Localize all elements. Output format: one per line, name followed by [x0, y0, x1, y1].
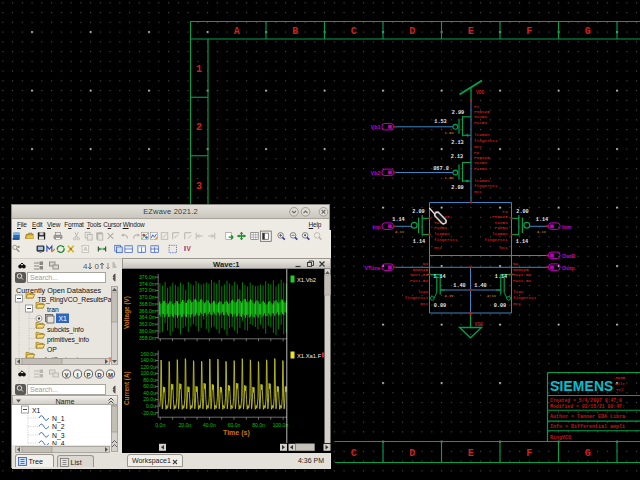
svg-text:V: V [186, 245, 191, 252]
svg-text:Info = Differential ampli: Info = Differential ampli [550, 424, 625, 430]
svg-text:Tel: Tel [616, 388, 624, 392]
svg-text:Pw=5u: Pw=5u [474, 166, 487, 171]
svg-text:1: 1 [196, 64, 202, 75]
svg-text:Pw=5u: Pw=5u [474, 120, 487, 125]
svg-text:VSS: VSS [475, 322, 484, 327]
svg-text:N_4: N_4 [52, 440, 65, 445]
svg-text:Pw=1.5u: Pw=1.5u [410, 278, 428, 283]
svg-text:Modified = 03/15/21 09:47:: Modified = 03/15/21 09:47: [550, 404, 625, 409]
svg-text:-20.0u: -20.0u [142, 409, 157, 415]
svg-text:N_3: N_3 [52, 432, 65, 440]
svg-text:40.0u: 40.0u [143, 389, 156, 395]
svg-text:N4: N4 [513, 261, 519, 266]
svg-text:PMOS25: PMOS25 [474, 155, 490, 160]
svg-text:2.1v: 2.1v [445, 294, 455, 298]
svg-text:Voltage (V): Voltage (V) [123, 296, 131, 329]
svg-text:2.13: 2.13 [451, 154, 463, 160]
svg-text:372.0m: 372.0m [139, 287, 156, 293]
svg-text:OP: OP [47, 346, 57, 353]
svg-text:3: 3 [196, 181, 202, 192]
svg-text:Pw=5u: Pw=5u [434, 225, 447, 230]
svg-text:B: B [292, 26, 298, 37]
svg-text:X1: X1 [59, 315, 68, 322]
svg-text:l=250n: l=250n [474, 132, 490, 137]
svg-text:E: E [468, 26, 474, 37]
svg-text:867.8: 867.8 [433, 166, 449, 172]
svg-text:fingers=1: fingers=1 [474, 183, 498, 188]
svg-text:N_1: N_1 [52, 415, 65, 423]
svg-text:Pw=5u: Pw=5u [495, 225, 508, 230]
svg-text:374.0m: 374.0m [139, 280, 156, 286]
svg-text:370.0m: 370.0m [139, 294, 156, 300]
svg-text:100.0n: 100.0n [273, 421, 289, 427]
svg-text:l=250n: l=250n [492, 231, 508, 236]
svg-text:2.99: 2.99 [452, 110, 464, 116]
svg-text:PMOS25: PMOS25 [474, 109, 490, 114]
svg-text:358.0m: 358.0m [139, 334, 156, 340]
svg-text:Inm: Inm [562, 224, 572, 230]
svg-text:l=2u: l=2u [418, 289, 429, 294]
svg-text:F: F [526, 26, 532, 37]
svg-text:N_2: N_2 [52, 423, 65, 431]
svg-text:E: E [468, 448, 474, 459]
svg-text:P3: P3 [502, 209, 508, 214]
svg-text:362.0m: 362.0m [139, 321, 156, 327]
svg-text:Current (A): Current (A) [123, 371, 131, 405]
svg-text:100.0u: 100.0u [140, 370, 156, 376]
svg-text:X1.Vb2: X1.Vb2 [297, 276, 316, 282]
svg-text:VDD: VDD [476, 90, 485, 95]
svg-text:1.9u: 1.9u [445, 131, 455, 135]
svg-text:N3: N3 [423, 261, 429, 266]
svg-text:l=2u: l=2u [513, 289, 524, 294]
svg-text:NMOS25: NMOS25 [413, 267, 429, 272]
svg-text:1.40: 1.40 [453, 283, 465, 289]
svg-text:Vb2: Vb2 [371, 170, 381, 176]
svg-text:376.0m: 376.0m [139, 273, 156, 279]
svg-text:60.0n: 60.0n [228, 421, 241, 427]
svg-text:P: P [86, 372, 90, 378]
svg-text:fingers=1: fingers=1 [474, 138, 498, 143]
svg-text:1.14: 1.14 [413, 239, 425, 245]
svg-text:140.0u: 140.0u [140, 357, 156, 363]
svg-text:4: 4 [83, 262, 88, 271]
svg-text:2.13: 2.13 [451, 140, 463, 146]
svg-text:M=1: M=1 [474, 144, 482, 149]
svg-text:2.00: 2.00 [516, 209, 528, 215]
svg-text:0: 0 [95, 262, 100, 271]
svg-text:TB_RingVCO_ResultsPa: TB_RingVCO_ResultsPa [38, 296, 112, 304]
svg-text:1.40: 1.40 [474, 283, 486, 289]
svg-text:368.0m: 368.0m [139, 300, 156, 306]
svg-text:D: D [409, 26, 415, 37]
svg-text:0.09: 0.09 [494, 303, 506, 309]
svg-text:2: 2 [196, 122, 202, 133]
svg-text:2.1v: 2.1v [487, 294, 497, 298]
svg-text:X1: X1 [32, 407, 41, 414]
svg-text:M=1: M=1 [474, 189, 482, 194]
svg-text:20.0u: 20.0u [143, 396, 156, 402]
svg-text:1.14: 1.14 [392, 217, 404, 223]
svg-text:120.0u: 120.0u [140, 363, 156, 369]
svg-text:Inp: Inp [372, 224, 381, 230]
svg-text:fingers=1: fingers=1 [484, 237, 508, 242]
svg-text:C: C [351, 26, 357, 37]
svg-text:2.09: 2.09 [451, 185, 463, 191]
svg-text:0.0u: 0.0u [146, 403, 156, 409]
svg-text:60.0u: 60.0u [143, 383, 156, 389]
svg-text:V: V [64, 372, 68, 378]
svg-text:2.1v: 2.1v [395, 230, 405, 234]
svg-text:M=1: M=1 [420, 301, 428, 306]
svg-text:Pw=1.5u: Pw=1.5u [513, 278, 531, 283]
svg-text:.8005: .8005 [613, 376, 626, 380]
svg-text:A: A [234, 26, 240, 37]
svg-text:160.0u: 160.0u [140, 350, 156, 356]
svg-text:M=1: M=1 [500, 245, 508, 250]
svg-text:Time (s): Time (s) [223, 428, 250, 436]
svg-text:1.53: 1.53 [434, 119, 446, 125]
svg-text:PMOS25: PMOS25 [492, 214, 508, 219]
svg-text:NMOS25: NMOS25 [513, 267, 529, 272]
svg-text:SIEMENS: SIEMENS [550, 379, 614, 394]
svg-text:80.0u: 80.0u [143, 376, 156, 382]
svg-text:G: G [585, 26, 591, 37]
svg-text:2.09: 2.09 [412, 209, 424, 215]
svg-text:40.0n: 40.0n [203, 421, 216, 427]
